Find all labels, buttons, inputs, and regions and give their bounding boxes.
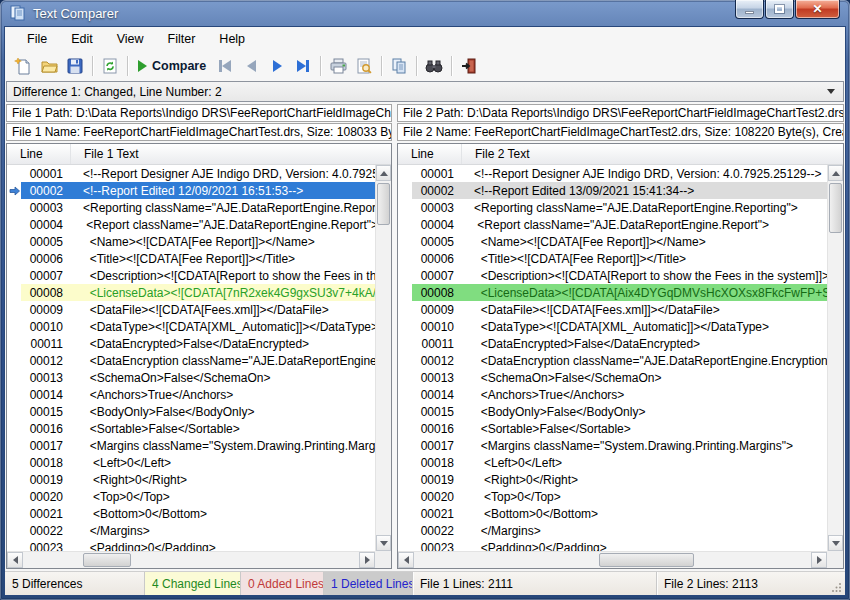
file2-horizontal-scrollbar[interactable] — [398, 551, 827, 568]
first-difference-button[interactable] — [212, 54, 238, 78]
diff-line-row[interactable]: 00017 <Margins className="System.Drawing… — [398, 437, 827, 454]
scroll-thumb[interactable] — [83, 553, 131, 567]
scroll-track[interactable] — [828, 181, 843, 535]
menu-view[interactable]: View — [105, 29, 156, 49]
file2-vertical-scrollbar[interactable] — [827, 165, 843, 551]
current-line-arrow-icon — [398, 165, 412, 182]
file1-line-column-header[interactable]: Line — [7, 144, 71, 164]
diff-line-row[interactable]: 00002<!--Report Edited 13/09/2021 15:41:… — [398, 182, 827, 199]
menu-filter[interactable]: Filter — [156, 29, 208, 49]
diff-line-row[interactable]: 00020 <Top>0</Top> — [398, 488, 827, 505]
scroll-left-button[interactable] — [7, 552, 23, 568]
refresh-button[interactable] — [97, 54, 123, 78]
diff-line-row[interactable]: 00002<!--Report Edited 12/09/2021 16:51:… — [7, 182, 375, 199]
diff-line-row[interactable]: 00014 <Anchors>True</Anchors> — [7, 386, 375, 403]
scroll-down-button[interactable] — [376, 535, 391, 551]
diff-line-row[interactable]: 00008 <LicenseData><![CDATA[7nR2xek4G9gx… — [7, 284, 375, 301]
file1-horizontal-scrollbar[interactable] — [7, 551, 375, 568]
diff-line-row[interactable]: 00018 <Left>0</Left> — [398, 454, 827, 471]
scroll-thumb[interactable] — [829, 183, 842, 233]
diff-line-row[interactable]: 00016 <Sortable>False</Sortable> — [398, 420, 827, 437]
diff-line-row[interactable]: 00022 </Margins> — [398, 522, 827, 539]
diff-line-row[interactable]: 00007 <Description><![CDATA[Report to sh… — [7, 267, 375, 284]
compare-button[interactable]: Compare — [132, 54, 212, 78]
diff-line-row[interactable]: 00007 <Description><![CDATA[Report to sh… — [398, 267, 827, 284]
diff-line-row[interactable]: 00013 <SchemaOn>False</SchemaOn> — [7, 369, 375, 386]
diff-line-row[interactable]: 00018 <Left>0</Left> — [7, 454, 375, 471]
diff-line-row[interactable]: 00014 <Anchors>True</Anchors> — [398, 386, 827, 403]
title-bar[interactable]: Text Comparer ✕ — [0, 0, 850, 26]
save-button[interactable] — [62, 54, 88, 78]
exit-icon — [460, 57, 478, 75]
diff-line-row[interactable]: 00004 <Report className="AJE.DataReportE… — [7, 216, 375, 233]
file2-text-column-header[interactable]: File 2 Text — [462, 144, 843, 164]
diff-line-row[interactable]: 00010 <DataType><![CDATA[XML_Automatic]]… — [398, 318, 827, 335]
diff-line-row[interactable]: 00005 <Name><![CDATA[Fee Report]]></Name… — [398, 233, 827, 250]
scroll-up-button[interactable] — [828, 165, 843, 181]
diff-line-row[interactable]: 00003<Reporting className="AJE.DataRepor… — [398, 199, 827, 216]
refresh-icon — [101, 57, 119, 75]
file1-text-column-header[interactable]: File 1 Text — [71, 144, 391, 164]
diff-line-row[interactable]: 00015 <BodyOnly>False</BodyOnly> — [398, 403, 827, 420]
difference-selector[interactable]: Difference 1: Changed, Line Number: 2 — [6, 81, 844, 102]
next-difference-button[interactable] — [264, 54, 290, 78]
resize-grip[interactable] — [829, 572, 845, 595]
menu-file[interactable]: File — [15, 29, 59, 49]
scroll-down-button[interactable] — [828, 535, 843, 551]
diff-line-row[interactable]: 00022 </Margins> — [7, 522, 375, 539]
diff-line-row[interactable]: 00009 <DataFile><![CDATA[Fees.xml]]></Da… — [398, 301, 827, 318]
diff-line-row[interactable]: 00009 <DataFile><![CDATA[Fees.xml]]></Da… — [7, 301, 375, 318]
copy-button[interactable] — [386, 54, 412, 78]
diff-line-row[interactable]: 00001<!--Report Designer AJE Indigo DRD,… — [398, 165, 827, 182]
exit-button[interactable] — [456, 54, 482, 78]
open-file-button[interactable] — [36, 54, 62, 78]
diff-line-row[interactable]: 00019 <Right>0</Right> — [7, 471, 375, 488]
find-button[interactable] — [421, 54, 447, 78]
new-file-button[interactable] — [10, 54, 36, 78]
diff-line-row[interactable]: 00021 <Bottom>0</Bottom> — [7, 505, 375, 522]
diff-line-row[interactable]: 00008 <LicenseData><![CDATA[Aix4DYGqDMVs… — [398, 284, 827, 301]
diff-line-row[interactable]: 00006 <Title><![CDATA[Fee Report]]></Tit… — [7, 250, 375, 267]
last-difference-button[interactable] — [290, 54, 316, 78]
line-text: <Report className="AJE.DataReportEngine.… — [71, 216, 375, 233]
diff-line-row[interactable]: 00005 <Name><![CDATA[Fee Report]]></Name… — [7, 233, 375, 250]
diff-line-row[interactable]: 00023 <Padding>0</Padding> — [398, 539, 827, 551]
diff-line-row[interactable]: 00015 <BodyOnly>False</BodyOnly> — [7, 403, 375, 420]
print-preview-button[interactable] — [351, 54, 377, 78]
scroll-thumb[interactable] — [377, 183, 390, 225]
diff-line-row[interactable]: 00001<!--Report Designer AJE Indigo DRD,… — [7, 165, 375, 182]
print-button[interactable] — [325, 54, 351, 78]
diff-line-row[interactable]: 00013 <SchemaOn>False</SchemaOn> — [398, 369, 827, 386]
diff-line-row[interactable]: 00012 <DataEncryption className="AJE.Dat… — [398, 352, 827, 369]
scroll-track[interactable] — [23, 552, 359, 568]
diff-line-row[interactable]: 00023 <Padding>0</Padding> — [7, 539, 375, 551]
close-button[interactable]: ✕ — [795, 0, 840, 19]
file1-vertical-scrollbar[interactable] — [375, 165, 391, 551]
scroll-thumb[interactable] — [599, 553, 694, 567]
minimize-button[interactable] — [735, 0, 764, 19]
previous-difference-button[interactable] — [238, 54, 264, 78]
diff-line-row[interactable]: 00010 <DataType><![CDATA[XML_Automatic]]… — [7, 318, 375, 335]
diff-line-row[interactable]: 00006 <Title><![CDATA[Fee Report]]></Tit… — [398, 250, 827, 267]
maximize-button[interactable] — [765, 0, 794, 19]
diff-line-row[interactable]: 00016 <Sortable>False</Sortable> — [7, 420, 375, 437]
diff-line-row[interactable]: 00020 <Top>0</Top> — [7, 488, 375, 505]
diff-line-row[interactable]: 00003<Reporting className="AJE.DataRepor… — [7, 199, 375, 216]
diff-line-row[interactable]: 00021 <Bottom>0</Bottom> — [398, 505, 827, 522]
file2-line-column-header[interactable]: Line — [398, 144, 462, 164]
diff-line-row[interactable]: 00017 <Margins className="System.Drawing… — [7, 437, 375, 454]
scroll-right-button[interactable] — [811, 552, 827, 568]
scroll-track[interactable] — [414, 552, 811, 568]
diff-line-row[interactable]: 00011 <DataEncrypted>False</DataEncrypte… — [7, 335, 375, 352]
scroll-left-button[interactable] — [398, 552, 414, 568]
diff-line-row[interactable]: 00004 <Report className="AJE.DataReportE… — [398, 216, 827, 233]
scroll-up-button[interactable] — [376, 165, 391, 181]
scroll-track[interactable] — [376, 181, 391, 535]
scroll-right-button[interactable] — [359, 552, 375, 568]
menu-help[interactable]: Help — [207, 29, 257, 49]
menu-edit[interactable]: Edit — [59, 29, 105, 49]
diff-line-row[interactable]: 00019 <Right>0</Right> — [398, 471, 827, 488]
line-number: 00008 — [21, 284, 71, 301]
diff-line-row[interactable]: 00011 <DataEncrypted>False</DataEncrypte… — [398, 335, 827, 352]
diff-line-row[interactable]: 00012 <DataEncryption className="AJE.Dat… — [7, 352, 375, 369]
